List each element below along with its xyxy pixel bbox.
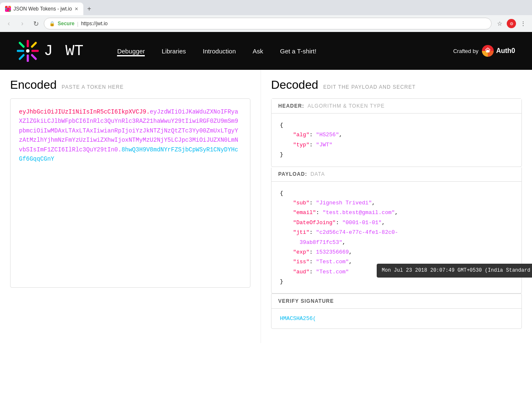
logo-text: J WT xyxy=(44,42,83,60)
browser-toolbar: ‹ › ↻ 🔒 Secure | https://jwt.io ☆ ⚙ ⋮ xyxy=(0,15,532,32)
browser-tab[interactable]: JSON Web Tokens - jwt.io ✕ xyxy=(0,3,83,15)
token-dot1: . xyxy=(146,109,149,115)
crafted-by-label: Crafted by xyxy=(453,48,479,54)
token-part1: eyJhbGciOiJIUzI1NiIsInR5cCI6IkpXVCJ9 xyxy=(19,109,146,115)
header-open-brace: { xyxy=(280,122,283,128)
decoded-subtitle: EDIT THE PAYLOAD AND SECRET xyxy=(323,84,416,90)
encoded-header: Encoded PASTE A TOKEN HERE xyxy=(10,78,250,92)
header-panel: HEADER: ALGORITHM & TOKEN TYPE { "alg": … xyxy=(271,98,522,167)
header-close-brace: } xyxy=(280,151,283,158)
lock-icon: 🔒 xyxy=(49,21,55,26)
svg-line-15 xyxy=(20,55,24,59)
alg-key: "alg" xyxy=(293,132,309,138)
decoded-header: Decoded EDIT THE PAYLOAD AND SECRET xyxy=(271,78,522,92)
encoded-section: Encoded PASTE A TOKEN HERE eyJhbGciOiJIU… xyxy=(0,70,261,343)
chrome-menu-button[interactable]: ⚙ xyxy=(507,19,516,28)
svg-point-17 xyxy=(487,50,489,52)
address-bar[interactable]: 🔒 Secure | https://jwt.io xyxy=(44,18,492,29)
svg-line-5 xyxy=(9,10,11,11)
svg-line-6 xyxy=(5,10,7,11)
browser-tab-bar: JSON Web Tokens - jwt.io ✕ + xyxy=(0,0,532,15)
payload-panel-body[interactable]: { "sub": "Jignesh Trivedi", "email": "te… xyxy=(271,182,521,294)
encoded-subtitle: PASTE A TOKEN HERE xyxy=(62,84,124,90)
hmac-function: HMACSHA256( xyxy=(280,315,316,322)
new-tab-button[interactable]: + xyxy=(83,3,95,15)
svg-line-12 xyxy=(20,43,24,47)
bookmark-button[interactable]: ☆ xyxy=(494,18,505,29)
encoded-title: Encoded xyxy=(10,78,57,92)
verify-label: VERIFY SIGNATURE xyxy=(271,294,521,309)
decoded-section: Decoded EDIT THE PAYLOAD AND SECRET HEAD… xyxy=(261,70,532,343)
browser-chrome: JSON Web Tokens - jwt.io ✕ + ‹ › ↻ 🔒 Sec… xyxy=(0,0,532,32)
alg-value: "HS256" xyxy=(316,132,339,138)
verify-body[interactable]: HMACSHA256( xyxy=(271,309,521,328)
back-button[interactable]: ‹ xyxy=(3,18,14,29)
secure-label: Secure xyxy=(58,21,74,26)
verify-panel: VERIFY SIGNATURE HMACSHA256( xyxy=(271,293,522,329)
crafted-by-area: Crafted by Auth0 xyxy=(453,45,515,57)
svg-line-13 xyxy=(32,55,36,59)
header-panel-header: HEADER: ALGORITHM & TOKEN TYPE xyxy=(271,99,521,114)
logo-area: J WT xyxy=(17,40,83,62)
nav-introduction[interactable]: Introduction xyxy=(203,46,236,56)
url-display: https://jwt.io xyxy=(81,21,107,26)
tab-title: JSON Web Tokens - jwt.io xyxy=(13,6,72,12)
typ-value: "JWT" xyxy=(316,142,332,148)
nav-libraries[interactable]: Libraries xyxy=(162,46,186,56)
exp-tooltip: Mon Jul 23 2018 20:07:49 GMT+0530 (India… xyxy=(377,264,532,278)
site-header: J WT Debugger Libraries Introduction Ask… xyxy=(0,32,532,70)
payload-label: PAYLOAD: xyxy=(278,171,307,177)
payload-panel: PAYLOAD: DATA { "sub": "Jignesh Trivedi"… xyxy=(271,167,522,294)
header-sublabel: ALGORITHM & TOKEN TYPE xyxy=(308,103,385,109)
svg-line-4 xyxy=(5,6,7,8)
tab-favicon xyxy=(5,6,11,12)
more-button[interactable]: ⋮ xyxy=(518,18,529,29)
browser-actions: ☆ ⚙ ⋮ xyxy=(494,18,529,29)
auth0-icon xyxy=(482,45,494,57)
payload-panel-header: PAYLOAD: DATA xyxy=(271,167,521,182)
svg-line-7 xyxy=(9,6,11,8)
nav-tshirt[interactable]: Get a T-shirt! xyxy=(280,46,316,56)
main-content: Encoded PASTE A TOKEN HERE eyJhbGciOiJIU… xyxy=(0,70,532,343)
auth0-label: Auth0 xyxy=(496,47,515,55)
nav-debugger[interactable]: Debugger xyxy=(117,46,145,56)
decoded-title: Decoded xyxy=(271,78,318,92)
tab-close-button[interactable]: ✕ xyxy=(74,6,78,12)
address-separator: | xyxy=(77,21,78,27)
jwt-logo-icon xyxy=(17,40,39,62)
typ-key: "typ" xyxy=(293,142,309,148)
token-dot2: . xyxy=(118,146,121,153)
nav-ask[interactable]: Ask xyxy=(253,46,263,56)
header-panel-body[interactable]: { "alg": "HS256", "typ": "JWT" } xyxy=(271,114,521,167)
svg-line-14 xyxy=(32,43,36,47)
encoded-token-area[interactable]: eyJhbGciOiJIUzI1NiIsInR5cCI6IkpXVCJ9.eyJ… xyxy=(10,98,250,288)
header-label: HEADER: xyxy=(278,103,304,109)
payload-sublabel: DATA xyxy=(311,171,325,177)
svg-point-16 xyxy=(26,49,29,53)
forward-button[interactable]: › xyxy=(17,18,28,29)
reload-button[interactable]: ↻ xyxy=(30,18,41,29)
auth0-logo: Auth0 xyxy=(482,45,515,57)
site-navigation: Debugger Libraries Introduction Ask Get … xyxy=(117,46,453,56)
